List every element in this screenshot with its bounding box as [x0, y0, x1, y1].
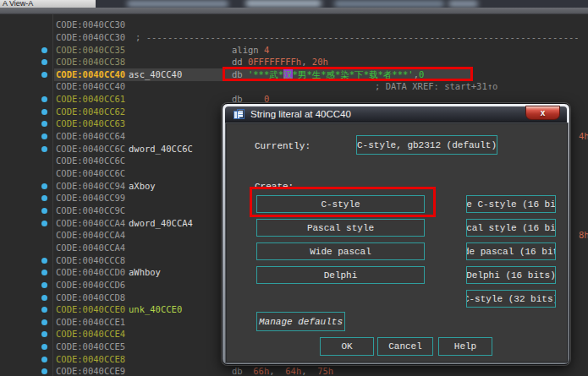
nav-dot-icon[interactable]	[41, 134, 47, 139]
disasm-row[interactable]: CODE:0040CC35align 4	[0, 44, 588, 57]
address-label: CODE:0040CC61	[56, 93, 125, 106]
address-label: CODE:0040CCE8	[56, 353, 125, 366]
symbol-name[interactable]: asc_40CC40	[129, 68, 182, 81]
disasm-row[interactable]: CODE:0040CC40; DATA XREF: start+31↑o	[0, 80, 588, 93]
clipped-operand-fragment: 8h	[579, 229, 588, 242]
tab-ida-view-a[interactable]: A View-A	[0, 0, 96, 8]
style-button-wide-pascal[interactable]: Wide pascal	[256, 242, 425, 260]
string-literal-dialog: String literal at 40CC40 x Currently: C-…	[222, 103, 570, 365]
toolbar-separator	[0, 8, 588, 14]
blurred-title-text	[334, 1, 444, 7]
nav-dot-icon[interactable]	[41, 208, 47, 214]
style-button-c-style-32-bits-[interactable]: C-style (32 bits)	[466, 290, 556, 308]
address-label: CODE:0040CC64	[56, 130, 125, 143]
ida-window: A View-A CODE:0040CC30CODE:0040CC30; ---…	[0, 0, 588, 376]
address-label: CODE:0040CCA4	[56, 217, 125, 230]
blurred-title-text	[245, 0, 321, 7]
nav-dot-icon[interactable]	[41, 72, 47, 78]
address-label: CODE:0040CC38	[56, 56, 125, 68]
nav-dot-icon[interactable]	[41, 47, 47, 53]
document-icon	[234, 109, 245, 120]
style-button-wide-c-style-16-bits-[interactable]: Wide C-style (16 bits)	[466, 195, 556, 213]
tab-strip: A View-A	[0, 0, 588, 8]
address-label: CODE:0040CC35	[56, 44, 125, 57]
annotation-box-string	[223, 67, 473, 81]
nav-dot-icon[interactable]	[41, 195, 47, 201]
currently-label: Currently:	[255, 141, 310, 151]
address-label: CODE:0040CCC8	[56, 254, 125, 267]
address-label: CODE:0040CCE4	[56, 328, 125, 341]
ok-button[interactable]: OK	[320, 337, 374, 356]
annotation-box-cstyle	[250, 187, 436, 217]
instruction: db 66h, 64h, 75h	[232, 365, 333, 376]
nav-dot-icon[interactable]	[41, 183, 47, 189]
nav-dot-icon[interactable]	[41, 96, 47, 102]
symbol-name[interactable]: dword_40CC6C	[129, 143, 193, 155]
currently-value-button[interactable]: C-style, gb2312 (default)	[356, 135, 497, 155]
nav-dot-icon[interactable]	[41, 357, 47, 362]
symbol-name[interactable]: aWhboy	[129, 266, 161, 279]
nav-dot-icon[interactable]	[41, 121, 47, 127]
dialog-titlebar[interactable]: String literal at 40CC40	[225, 106, 567, 123]
address-label: CODE:0040CC62	[56, 106, 125, 118]
close-icon[interactable]: x	[525, 106, 560, 120]
nav-dot-icon[interactable]	[41, 295, 47, 301]
nav-dot-icon[interactable]	[41, 307, 47, 313]
nav-dot-icon[interactable]	[41, 59, 47, 65]
nav-dot-icon[interactable]	[41, 221, 47, 226]
address-label: CODE:0040CCD6	[56, 279, 125, 292]
address-label: CODE:0040CC94	[56, 180, 125, 193]
nav-dot-icon[interactable]	[41, 282, 47, 288]
address-label: CODE:0040CC40	[56, 80, 125, 93]
address-label: CODE:0040CCA4	[56, 229, 125, 242]
address-label: CODE:0040CCD0	[56, 266, 125, 279]
address-label: CODE:0040CC40	[56, 68, 125, 81]
clipped-operand-fragment: 4h	[579, 130, 588, 143]
address-label: CODE:0040CC99	[56, 192, 125, 204]
cancel-button[interactable]: Cancel	[377, 337, 433, 356]
address-label: CODE:0040CCE0	[56, 303, 125, 316]
symbol-name[interactable]: dword_40CCA4	[129, 217, 193, 230]
blurred-title-text	[448, 1, 478, 7]
address-label: CODE:0040CC30	[56, 19, 125, 31]
nav-dot-icon[interactable]	[41, 146, 47, 152]
disasm-row[interactable]: CODE:0040CC40asc_40CC40db '***武*汉*男*生*感*…	[0, 68, 588, 81]
address-label: CODE:0040CC6C	[56, 167, 125, 180]
disasm-row[interactable]: CODE:0040CC30	[0, 19, 588, 31]
address-label: CODE:0040CCE1	[56, 316, 125, 329]
nav-dot-icon[interactable]	[41, 368, 47, 374]
nav-dot-icon[interactable]	[41, 109, 47, 115]
style-button-wide-pascal-16-bits-[interactable]: Wide pascal (16 bits)	[466, 242, 556, 260]
dialog-title: String literal at 40CC40	[250, 109, 351, 119]
address-label: CODE:0040CCE5	[56, 341, 125, 353]
style-button-delphi[interactable]: Delphi	[256, 266, 425, 284]
address-label: CODE:0040CCE9	[56, 365, 125, 376]
nav-dot-icon[interactable]	[41, 319, 47, 325]
disasm-row[interactable]: CODE:0040CCE9db 66h, 64h, 75h	[0, 365, 588, 376]
nav-dot-icon[interactable]	[41, 344, 47, 350]
style-button-pascal-style[interactable]: Pascal style	[256, 219, 425, 237]
instruction: align 4	[232, 44, 269, 57]
nav-dot-icon[interactable]	[41, 331, 47, 337]
address-label: CODE:0040CC63	[56, 117, 125, 130]
address-label: CODE:0040CC6C	[56, 155, 125, 167]
style-button-delphi-16-bits-[interactable]: Delphi (16 bits)	[466, 266, 556, 284]
disasm-row[interactable]: CODE:0040CC30; -------------------------…	[0, 31, 588, 44]
nav-dot-icon[interactable]	[41, 258, 47, 264]
nav-dot-icon[interactable]	[41, 270, 47, 275]
address-label: CODE:0040CCA4	[56, 242, 125, 254]
symbol-name[interactable]: unk_40CCE0	[129, 303, 182, 316]
address-label: CODE:0040CC6C	[56, 143, 125, 155]
help-button[interactable]: Help	[438, 337, 492, 356]
address-label: CODE:0040CC9C	[56, 204, 125, 217]
style-button-pascal-style-16-bits-[interactable]: Pascal style (16 bits)	[466, 219, 556, 237]
address-label: CODE:0040CC30	[56, 31, 125, 44]
comment: ; DATA XREF: start+31↑o	[375, 80, 497, 93]
manage-defaults-button[interactable]: Manage defaults	[256, 312, 345, 331]
symbol-name[interactable]: aXboy	[129, 180, 156, 193]
comment: ; --------------------------------------…	[135, 31, 578, 44]
blurred-title-text	[127, 1, 228, 7]
address-label: CODE:0040CCD8	[56, 292, 125, 304]
